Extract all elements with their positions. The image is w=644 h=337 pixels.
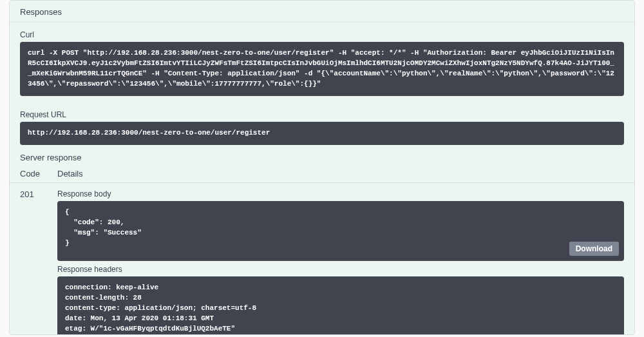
curl-label: Curl: [20, 30, 624, 39]
server-response-label: Server response: [10, 151, 634, 166]
details-column-header: Details: [57, 169, 624, 178]
curl-section: Curl curl -X POST "http://192.168.28.236…: [10, 23, 634, 102]
responses-panel: Responses Curl curl -X POST "http://192.…: [9, 0, 635, 335]
request-url-section: Request URL http://192.168.28.236:3000/n…: [10, 102, 634, 151]
response-headers-code[interactable]: connection: keep-alive content-length: 2…: [57, 276, 624, 335]
code-column-header: Code: [20, 169, 57, 178]
responses-title: Responses: [10, 1, 634, 23]
download-button[interactable]: Download: [569, 242, 619, 256]
curl-code[interactable]: curl -X POST "http://192.168.28.236:3000…: [20, 42, 624, 96]
response-body-code[interactable]: { "code": 200, "msg": "Success" }: [57, 201, 624, 262]
response-details: Response body { "code": 200, "msg": "Suc…: [57, 188, 624, 335]
response-body-label: Response body: [57, 189, 624, 198]
server-response-header-row: Code Details: [10, 166, 634, 183]
request-url-code[interactable]: http://192.168.28.236:3000/nest-zero-to-…: [20, 122, 624, 145]
server-response-row: 201 Response body { "code": 200, "msg": …: [10, 183, 634, 335]
response-code: 201: [20, 188, 57, 335]
response-headers-label: Response headers: [57, 265, 624, 274]
request-url-label: Request URL: [20, 110, 624, 119]
